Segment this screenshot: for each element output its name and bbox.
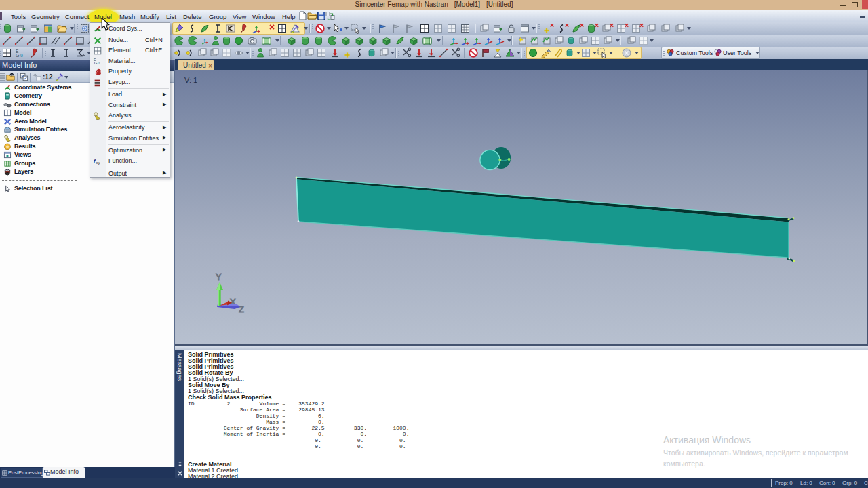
svg-text:G: G: [94, 60, 98, 65]
svg-text:υ: υ: [98, 60, 100, 65]
svg-text:Y: Y: [216, 272, 222, 282]
svg-text:Z: Z: [239, 304, 244, 314]
svg-text:xy: xy: [96, 160, 100, 165]
